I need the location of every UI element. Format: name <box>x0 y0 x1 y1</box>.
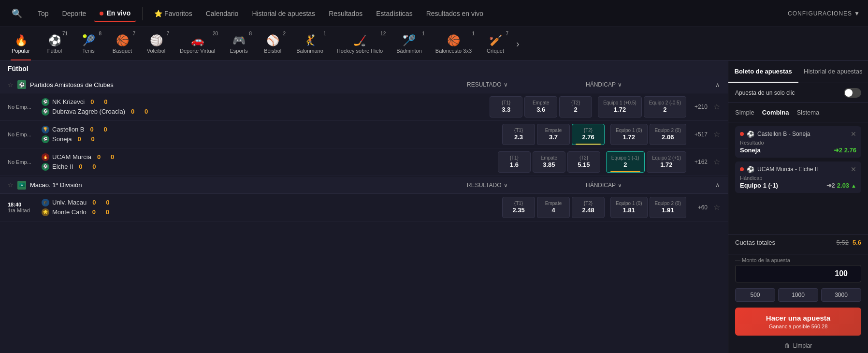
col-handicap-macao[interactable]: HÁNDICAP ∨ <box>586 182 711 189</box>
configuraciones-button[interactable]: CONFIGURACIONES ▼ <box>788 10 860 17</box>
odds-empate-m3[interactable]: Empate 3.85 <box>533 151 565 173</box>
sport-tabs-arrow[interactable]: › <box>512 38 523 49</box>
col-labels-macao: RESULTADO ∨ HÁNDICAP ∨ <box>467 182 711 189</box>
team1-m2: 🏆 Castellon B 0 0 <box>42 125 502 134</box>
quick-btn-500[interactable]: 500 <box>735 288 775 302</box>
odds-eq2-m4[interactable]: Equipo 2 (0) 1.91 <box>650 197 686 218</box>
odds-empate-m2[interactable]: Empate 3.7 <box>537 124 570 145</box>
odds-eq2-m3[interactable]: Equipo 2 (+1) 1.72 <box>647 151 686 173</box>
bet-close-1[interactable]: ✕ <box>851 130 856 138</box>
team1-icon-m2: 🏆 <box>42 126 49 133</box>
nav-calendario[interactable]: Calendario <box>200 6 245 21</box>
sport-count-basquet: 7 <box>132 31 135 36</box>
sidebar-tab-historial[interactable]: Historial de apuestas <box>798 61 868 83</box>
more-odds-m1[interactable]: +210 <box>688 103 708 110</box>
nav-historial[interactable]: Historial de apuestas <box>246 6 321 21</box>
nav-resultados-vivo[interactable]: Resultados en vivo <box>420 6 489 21</box>
sport-tab-beisbol[interactable]: 2 ⚾ Béisbol <box>256 27 289 60</box>
fire-icon: 🔥 <box>14 34 28 47</box>
odds-empate-m4[interactable]: Empate 4 <box>537 197 570 218</box>
team2-m2: ⚽ Soneja 0 0 <box>42 134 502 144</box>
odds-t1-m2[interactable]: {T1} 2.3 <box>502 124 535 145</box>
league-name-amistosos: Partidos Amistosos de Clubes <box>30 81 467 88</box>
quick-btn-1000[interactable]: 1000 <box>778 288 818 302</box>
one-click-toggle[interactable] <box>844 88 861 98</box>
team1-score2-m4: 0 <box>106 199 114 206</box>
sidebar-tab-boleto[interactable]: Boleto de apuestas <box>728 61 798 83</box>
col-handicap-amistosos[interactable]: HÁNDICAP ∨ <box>586 81 711 88</box>
sport-tab-criquet[interactable]: 7 🏏 Críquet <box>478 27 512 60</box>
odds-eq2-m1[interactable]: Equipo 2 (-0.5) 2 <box>644 96 686 118</box>
bet-sport-icon-2: ⚽ <box>747 166 754 173</box>
match-star-m2[interactable]: ☆ <box>713 130 720 139</box>
nav-deporte[interactable]: Deporte <box>57 6 92 21</box>
deporte-virtual-icon: 🚗 <box>191 34 204 47</box>
odds-eq1-m4[interactable]: Equipo 1 (0) 1.81 <box>610 197 647 218</box>
bet-type-combina[interactable]: Combina <box>762 107 789 118</box>
team1-m4: 🎓 Univ. Macau 0 0 <box>42 198 502 207</box>
match-star-m1[interactable]: ☆ <box>713 102 720 111</box>
match-star-m4[interactable]: ☆ <box>713 203 720 212</box>
bet-type-sistema[interactable]: Sistema <box>796 107 819 118</box>
sport-tab-baloncesto3x3[interactable]: 1 🏀 Baloncesto 3x3 <box>429 27 478 60</box>
hacer-apuesta-button[interactable]: Hacer una apuesta Ganancia posible 560.2… <box>735 308 861 336</box>
search-button[interactable]: 🔍 <box>8 4 26 23</box>
group-star-amistosos[interactable]: ☆ <box>8 81 14 88</box>
sport-tab-futbol[interactable]: 71 ⚽ Fútbol <box>38 27 72 60</box>
sport-count-criquet: 7 <box>506 31 508 36</box>
odds-t1-m1[interactable]: {T1} 3.3 <box>490 96 522 118</box>
odds-eq1-m3[interactable]: Equipo 1 (-1) 2 <box>606 151 645 173</box>
odds-eq1-m1[interactable]: Equipo 1 (+0.5) 1.72 <box>598 96 642 118</box>
sport-tab-hockey[interactable]: 12 🏒 Hockey sobre Hielo <box>330 27 390 60</box>
limpiar-button[interactable]: 🗑 Limpiar <box>728 338 868 353</box>
team1-icon-m1: ⚽ <box>42 98 49 106</box>
sport-tab-basquet[interactable]: 7 🏀 Basquet <box>105 27 139 60</box>
sport-tab-tenis[interactable]: 8 🎾 Tenis <box>72 27 105 60</box>
quick-btn-3000[interactable]: 3000 <box>821 288 861 302</box>
one-click-label: Apuesta de un solo clic <box>735 89 795 96</box>
odds-grupo-handicap-m4: Equipo 1 (0) 1.81 Equipo 2 (0) 1.91 <box>610 197 686 218</box>
sport-tab-popular[interactable]: 🔥 Popular <box>4 27 38 60</box>
odds-eq2-m2[interactable]: Equipo 2 (0) 2.06 <box>650 124 686 145</box>
nav-estadisticas[interactable]: Estadísticas <box>370 6 418 21</box>
group-star-macao[interactable]: ☆ <box>8 181 14 189</box>
odds-t2-m2[interactable]: {T2} 2.76 <box>572 124 605 145</box>
bet-selection-row-2: Equipo 1 (-1) ➜2 2.03 ▲ <box>740 182 856 189</box>
bet-type-label-1: Resultado <box>740 140 856 146</box>
sport-count-futbol: 71 <box>62 31 68 36</box>
odds-t2-m3[interactable]: {T2} 5.15 <box>567 151 600 173</box>
nav-resultados[interactable]: Resultados <box>323 6 368 21</box>
odds-t2-m1[interactable]: {T2} 2 <box>559 96 592 118</box>
bet-selection-row-1: Soneja ➜2 2.76 <box>740 147 856 154</box>
team2-name-m2: Soneja <box>52 135 72 143</box>
odds-grupo-resultado-m2: {T1} 2.3 Empate 3.7 {T2} 2.76 <box>502 124 605 145</box>
more-odds-m2[interactable]: +517 <box>688 131 708 138</box>
odds-eq1-m2[interactable]: Equipo 1 (0) 1.72 <box>610 124 647 145</box>
monto-input[interactable] <box>735 265 861 282</box>
sport-tab-deporte-virtual[interactable]: 20 🚗 Deporte Virtual <box>173 27 222 60</box>
more-odds-m3[interactable]: +162 <box>688 159 708 165</box>
odds-m3: {T1} 1.6 Empate 3.85 {T2} 5.15 <box>498 151 720 173</box>
nav-favoritos[interactable]: ⭐ Favoritos <box>148 6 198 21</box>
sport-tab-balonmano[interactable]: 1 🤾 Balonmano <box>289 27 330 60</box>
bet-type-simple[interactable]: Simple <box>735 107 754 118</box>
more-odds-m4[interactable]: +60 <box>688 204 708 211</box>
team1-name-m2: Castellon B <box>52 126 84 133</box>
sport-tab-voleibol[interactable]: 7 🏐 Voleibol <box>139 27 173 60</box>
sport-tab-esports[interactable]: 8 🎮 Esports <box>222 27 256 60</box>
col-resultado-macao[interactable]: RESULTADO ∨ <box>467 182 564 189</box>
match-star-m3[interactable]: ☆ <box>713 157 720 166</box>
col-resultado-amistosos[interactable]: RESULTADO ∨ <box>467 81 564 88</box>
collapse-macao[interactable]: ∧ <box>715 181 720 189</box>
odds-t1-m4[interactable]: {T1} 2.35 <box>502 197 535 218</box>
odds-t1-m3[interactable]: {T1} 1.6 <box>498 151 531 173</box>
sport-tab-badminton[interactable]: 1 🏸 Bádminton <box>390 27 429 60</box>
collapse-amistosos[interactable]: ∧ <box>715 81 720 88</box>
nav-en-vivo[interactable]: En vivo <box>94 5 136 22</box>
odds-empate-m1[interactable]: Empate 3.6 <box>524 96 557 118</box>
odds-t2-m4[interactable]: {T2} 2.48 <box>572 197 605 218</box>
nav-top[interactable]: Top <box>32 6 55 21</box>
cuotas-old: 5.52 <box>837 239 849 246</box>
sidebar: Boleto de apuestas Historial de apuestas… <box>728 61 868 353</box>
bet-close-2[interactable]: ✕ <box>851 165 856 173</box>
